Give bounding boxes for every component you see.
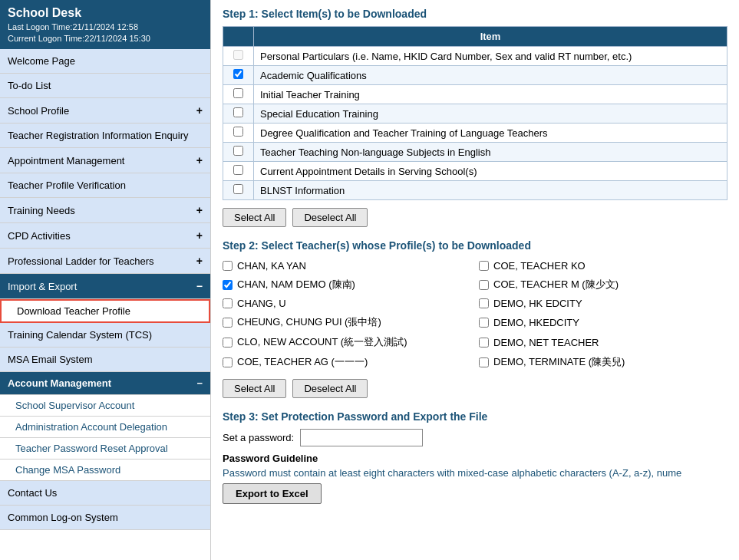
step2-select-all-button[interactable]: Select All bbox=[223, 379, 286, 398]
teacher-label-chang-u: CHANG, U bbox=[237, 298, 286, 309]
teacher-checkbox-coe-teacher-m[interactable] bbox=[479, 280, 489, 290]
teacher-label-chan-nam-demo: CHAN, NAM DEMO (陳南) bbox=[237, 278, 355, 292]
sidebar-item-school-profile[interactable]: School Profile+ bbox=[0, 98, 210, 124]
table-row: Initial Teacher Training bbox=[223, 85, 727, 104]
sidebar-item-label-msa-email: MSA Email System bbox=[8, 354, 93, 365]
sidebar-item-teacher-reg[interactable]: Teacher Registration Information Enquiry bbox=[0, 124, 210, 148]
account-sub-item-admin-delegation[interactable]: Administration Account Delegation bbox=[0, 417, 210, 438]
password-label: Set a password: bbox=[223, 432, 294, 443]
sidebar-item-label-common-logon: Common Log-on System bbox=[8, 512, 118, 523]
item-checkbox-cell-initial bbox=[223, 85, 254, 104]
step3-password-row: Set a password: bbox=[223, 429, 727, 446]
sidebar-item-label-import-export: Import & Export bbox=[8, 281, 77, 292]
item-checkbox-blnst[interactable] bbox=[233, 184, 243, 194]
teacher-row: CHANG, U bbox=[223, 295, 471, 311]
items-table-item-header: Item bbox=[254, 27, 727, 47]
account-sub-item-school-supervisor[interactable]: School Supervisor Account bbox=[0, 395, 210, 417]
account-sub-item-change-msa[interactable]: Change MSA Password bbox=[0, 460, 210, 481]
teacher-row: DEMO, TERMINATE (陳美兒) bbox=[479, 353, 727, 371]
account-sub-item-teacher-password[interactable]: Teacher Password Reset Approval bbox=[0, 438, 210, 460]
item-checkbox-special[interactable] bbox=[233, 107, 243, 117]
teacher-row: DEMO, HKEDCITY bbox=[479, 313, 727, 331]
sidebar-item-msa-email[interactable]: MSA Email System bbox=[0, 348, 210, 372]
expand-icon: + bbox=[196, 204, 203, 216]
teacher-label-coe-teacher-ko: COE, TEACHER KO bbox=[493, 260, 586, 272]
step1-btn-row: Select All Deselect All bbox=[223, 208, 727, 227]
teacher-label-demo-hkedcity: DEMO, HKEDCITY bbox=[493, 317, 579, 328]
sidebar-item-label-appointment: Appointment Management bbox=[8, 155, 124, 166]
teacher-checkbox-chang-u[interactable] bbox=[223, 298, 233, 308]
current-logon: Current Logon Time:22/11/2024 15:30 bbox=[8, 34, 203, 43]
sidebar-item-label-training-needs: Training Needs bbox=[8, 205, 75, 216]
sidebar-item-cpd[interactable]: CPD Activities+ bbox=[0, 223, 210, 249]
teacher-label-demo-terminate: DEMO, TERMINATE (陳美兒) bbox=[493, 355, 625, 369]
sidebar-item-label-todo: To-do List bbox=[8, 80, 51, 91]
teacher-label-coe-teacher-m: COE, TEACHER M (陳少文) bbox=[493, 278, 619, 292]
teacher-checkbox-coe-teacher-ag[interactable] bbox=[223, 357, 233, 367]
teacher-checkbox-cheung-chung-pui[interactable] bbox=[223, 318, 233, 328]
table-row: BLNST Information bbox=[223, 181, 727, 200]
table-row: Degree Qualification and Teacher Trainin… bbox=[223, 124, 727, 143]
teacher-label-demo-net-teacher: DEMO, NET TEACHER bbox=[493, 337, 599, 348]
item-checkbox-academic[interactable] bbox=[233, 69, 243, 79]
password-guideline-text: Password must contain at least eight cha… bbox=[223, 467, 727, 479]
item-checkbox-cell-special bbox=[223, 104, 254, 124]
teacher-checkbox-demo-net-teacher[interactable] bbox=[479, 338, 489, 348]
teacher-row: DEMO, NET TEACHER bbox=[479, 333, 727, 351]
teacher-checkbox-coe-teacher-ko[interactable] bbox=[479, 261, 489, 271]
sidebar-item-label-welcome: Welcome Page bbox=[8, 55, 75, 67]
teacher-row: CLO, NEW ACCOUNT (統一登入測試) bbox=[223, 333, 471, 351]
item-checkbox-degree[interactable] bbox=[233, 127, 243, 137]
teacher-label-demo-hk-edcity: DEMO, HK EDCITY bbox=[493, 298, 582, 309]
sidebar-nav: Welcome PageTo-do ListSchool Profile+Tea… bbox=[0, 49, 210, 530]
step1-deselect-all-button[interactable]: Deselect All bbox=[292, 208, 368, 227]
teacher-checkbox-clo-new-account[interactable] bbox=[223, 338, 233, 348]
item-checkbox-cell-degree bbox=[223, 124, 254, 143]
sidebar-item-label-teacher-reg: Teacher Registration Information Enquiry bbox=[8, 130, 189, 141]
teacher-checkbox-chan-nam-demo[interactable] bbox=[223, 280, 233, 290]
sidebar-sub-item-download-teacher-profile[interactable]: Download Teacher Profile bbox=[0, 299, 210, 323]
teacher-checkbox-demo-hkedcity[interactable] bbox=[479, 318, 489, 328]
items-table: Item Personal Particulars (i.e. Name, HK… bbox=[223, 26, 727, 200]
sidebar-item-label-cpd: CPD Activities bbox=[8, 230, 71, 242]
teacher-checkbox-demo-hk-edcity[interactable] bbox=[479, 298, 489, 308]
items-table-check-header bbox=[223, 27, 254, 47]
sidebar-item-training-needs[interactable]: Training Needs+ bbox=[0, 198, 210, 223]
sidebar-item-label-school-profile: School Profile bbox=[8, 105, 69, 117]
sidebar-item-todo[interactable]: To-do List bbox=[0, 74, 210, 98]
table-row: Special Education Training bbox=[223, 104, 727, 124]
collapse-icon: − bbox=[196, 280, 203, 292]
item-label-blnst: BLNST Information bbox=[254, 181, 727, 200]
sidebar-item-import-export[interactable]: Import & Export− bbox=[0, 274, 210, 299]
item-checkbox-personal[interactable] bbox=[233, 50, 243, 60]
sidebar-item-prof-ladder[interactable]: Professional Ladder for Teachers+ bbox=[0, 249, 210, 274]
sidebar-item-common-logon[interactable]: Common Log-on System bbox=[0, 506, 210, 530]
sidebar-item-appointment[interactable]: Appointment Management+ bbox=[0, 148, 210, 173]
sidebar-item-contact-us[interactable]: Contact Us bbox=[0, 481, 210, 506]
step2-deselect-all-button[interactable]: Deselect All bbox=[292, 379, 368, 398]
step1-select-all-button[interactable]: Select All bbox=[223, 208, 286, 227]
export-to-excel-button[interactable]: Export to Excel bbox=[223, 483, 322, 504]
sidebar-item-training-calendar[interactable]: Training Calendar System (TCS) bbox=[0, 323, 210, 348]
item-checkbox-teaching-nls[interactable] bbox=[233, 146, 243, 156]
item-label-special: Special Education Training bbox=[254, 104, 727, 124]
sidebar-item-label-contact-us: Contact Us bbox=[8, 487, 57, 499]
table-row: Personal Particulars (i.e. Name, HKID Ca… bbox=[223, 47, 727, 66]
item-checkbox-initial[interactable] bbox=[233, 88, 243, 98]
sidebar-item-welcome[interactable]: Welcome Page bbox=[0, 49, 210, 74]
sidebar-item-teacher-profile-verif[interactable]: Teacher Profile Verification bbox=[0, 173, 210, 198]
main-content: Step 1: Select Item(s) to be Downloaded … bbox=[211, 0, 739, 560]
password-guideline-title: Password Guideline bbox=[223, 453, 727, 464]
sidebar-item-label-prof-ladder: Professional Ladder for Teachers bbox=[8, 255, 154, 267]
account-management-header[interactable]: Account Management− bbox=[0, 372, 210, 395]
item-checkbox-cell-academic bbox=[223, 66, 254, 85]
table-row: Teacher Teaching Non-language Subjects i… bbox=[223, 143, 727, 162]
teacher-checkbox-chan-ka-yan[interactable] bbox=[223, 261, 233, 271]
teacher-checkbox-demo-terminate[interactable] bbox=[479, 357, 489, 367]
item-checkbox-cell-blnst bbox=[223, 181, 254, 200]
password-input[interactable] bbox=[300, 429, 423, 446]
items-table-body: Personal Particulars (i.e. Name, HKID Ca… bbox=[223, 47, 727, 200]
item-checkbox-appointment[interactable] bbox=[233, 165, 243, 175]
item-label-initial: Initial Teacher Training bbox=[254, 85, 727, 104]
teacher-row: CHEUNG, CHUNG PUI (張中培) bbox=[223, 313, 471, 331]
